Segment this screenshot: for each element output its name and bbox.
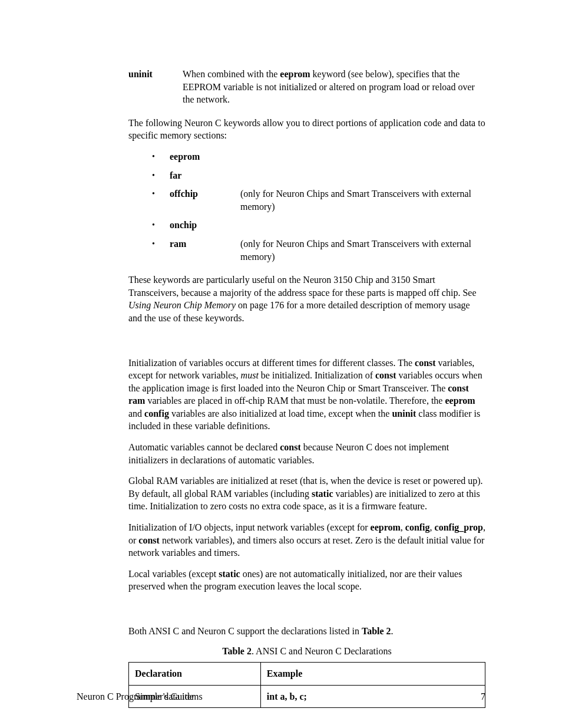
kw-eeprom: eeprom — [371, 522, 401, 532]
bullet-icon: • — [152, 238, 170, 250]
section-gap — [128, 333, 485, 357]
text: network variables), and timers also occu… — [128, 535, 484, 558]
kw-uninit: uninit — [392, 409, 416, 419]
text: Both ANSI C and Neuron C support the dec… — [128, 626, 362, 636]
paragraph-init-1: Initialization of variables occurs at di… — [128, 357, 485, 433]
uninit-definition: uninit When combined with the eeprom key… — [128, 68, 485, 106]
kw-const: const — [138, 535, 160, 545]
kw-config-prop: config_prop — [435, 522, 483, 532]
paragraph-init-5: Local variables (except static ones) are… — [128, 568, 485, 593]
bullet-icon: • — [152, 169, 170, 182]
text: Initialization of variables occurs at di… — [128, 358, 415, 368]
keyword-note: (only for Neuron Chips and Smart Transce… — [240, 187, 485, 213]
table-header-example: Example — [260, 663, 485, 686]
text: These keywords are particularly useful o… — [128, 275, 476, 298]
paragraph-declarations: Both ANSI C and Neuron C support the dec… — [128, 625, 485, 638]
text: variables are also initialized at load t… — [169, 409, 392, 419]
keyword: eeprom — [170, 150, 240, 163]
page-content: uninit When combined with the eeprom key… — [0, 0, 562, 708]
paragraph-init-3: Global RAM variables are initialized at … — [128, 475, 485, 513]
text: Initialization of I/O objects, input net… — [128, 522, 371, 532]
table-caption: Table 2. ANSI C and Neuron C Declaration… — [128, 645, 485, 658]
paragraph-intro: The following Neuron C keywords allow yo… — [128, 117, 485, 142]
keyword-list: • eeprom • far • offchip (only for Neuro… — [128, 150, 485, 263]
text: be initialized. Initialization of — [259, 370, 375, 380]
footer-page-number: 7 — [481, 690, 485, 703]
kw-static: static — [312, 489, 333, 499]
keyword-eeprom: eeprom — [280, 69, 310, 79]
reference-italic: Using Neuron Chip Memory — [128, 300, 236, 310]
keyword: far — [170, 169, 240, 182]
list-item: • eeprom — [152, 150, 485, 163]
table-title: . ANSI C and Neuron C Declarations — [252, 646, 392, 656]
section-gap — [128, 601, 485, 625]
kw-const: const — [375, 370, 396, 380]
text: , — [401, 522, 405, 532]
bullet-icon: • — [152, 150, 170, 163]
list-item: • ram (only for Neuron Chips and Smart T… — [152, 238, 485, 263]
table-ref: Table 2 — [362, 626, 391, 636]
kw-config: config — [144, 409, 169, 419]
uninit-description: When combined with the eeprom keyword (s… — [183, 68, 485, 106]
page-footer: Neuron C Programmer's Guide 7 — [77, 690, 485, 703]
keyword: offchip — [170, 187, 240, 200]
footer-title: Neuron C Programmer's Guide — [77, 690, 194, 703]
table-number: Table 2 — [222, 646, 252, 656]
paragraph-init-2: Automatic variables cannot be declared c… — [128, 441, 485, 466]
kw-const: const — [280, 442, 301, 452]
text: and — [128, 409, 144, 419]
paragraph-usage: These keywords are particularly useful o… — [128, 274, 485, 324]
bullet-icon: • — [152, 219, 170, 231]
list-item: • far — [152, 169, 485, 182]
kw-static: static — [219, 569, 240, 579]
keyword-note: (only for Neuron Chips and Smart Transce… — [240, 238, 485, 263]
list-item: • offchip (only for Neuron Chips and Sma… — [152, 187, 485, 213]
text: When combined with the — [183, 69, 280, 79]
table-header-declaration: Declaration — [129, 663, 261, 686]
table-header-row: Declaration Example — [129, 663, 485, 686]
text: variables are placed in off-chip RAM tha… — [145, 396, 445, 406]
list-item: • onchip — [152, 219, 485, 232]
text: Automatic variables cannot be declared — [128, 442, 280, 452]
kw-const: const — [415, 358, 436, 368]
text: . — [391, 626, 394, 636]
em-must: must — [241, 370, 259, 380]
bullet-icon: • — [152, 187, 170, 200]
kw-eeprom: eeprom — [445, 396, 475, 406]
keyword: onchip — [170, 219, 240, 232]
text: Local variables (except — [128, 569, 219, 579]
text: , — [430, 522, 435, 532]
keyword: ram — [170, 238, 240, 251]
kw-config: config — [405, 522, 430, 532]
uninit-label: uninit — [128, 68, 183, 106]
paragraph-init-4: Initialization of I/O objects, input net… — [128, 521, 485, 559]
